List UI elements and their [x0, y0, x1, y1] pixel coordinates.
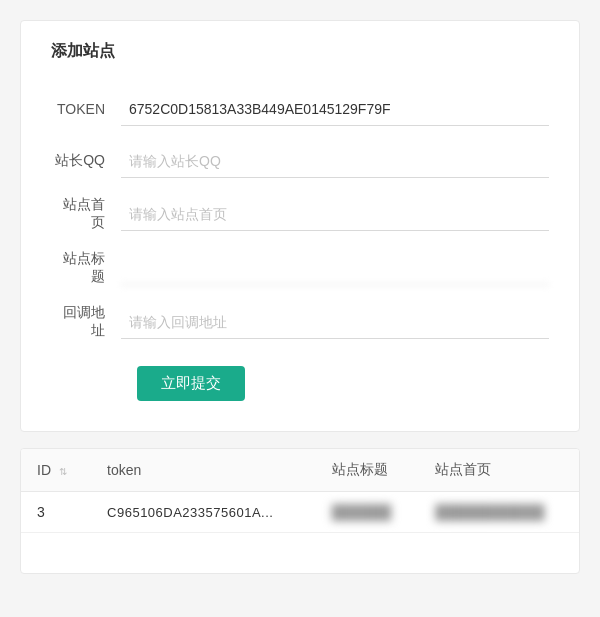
- table-row-empty: [21, 533, 579, 573]
- sites-table: ID ⇅ token 站点标题 站点首页: [21, 449, 579, 573]
- add-site-form-card: 添加站点 TOKEN 站长QQ 站点首页 站点标题 回调地址 立即提交: [20, 20, 580, 432]
- cell-id: 3: [21, 492, 91, 533]
- cell-token: C965106DA233575601A...: [91, 492, 316, 533]
- homepage-input[interactable]: [121, 197, 549, 231]
- homepage-label: 站点首页: [51, 196, 121, 232]
- sites-table-card: ID ⇅ token 站点标题 站点首页: [20, 448, 580, 574]
- token-row: TOKEN: [51, 92, 549, 126]
- token-label: TOKEN: [51, 101, 121, 117]
- token-input[interactable]: [121, 92, 549, 126]
- col-token: token: [91, 449, 316, 492]
- table-header-row: ID ⇅ token 站点标题 站点首页: [21, 449, 579, 492]
- table-body: 3 C965106DA233575601A... ██████ ████████…: [21, 492, 579, 573]
- qq-row: 站长QQ: [51, 144, 549, 178]
- form-title: 添加站点: [51, 41, 549, 72]
- homepage-row: 站点首页: [51, 196, 549, 232]
- col-site-home: 站点首页: [419, 449, 579, 492]
- qq-label: 站长QQ: [51, 152, 121, 170]
- col-id: ID ⇅: [21, 449, 91, 492]
- cell-site-home: ███████████: [419, 492, 579, 533]
- site-title-input[interactable]: [121, 251, 549, 285]
- site-title-row: 站点标题: [51, 250, 549, 286]
- callback-label: 回调地址: [51, 304, 121, 340]
- callback-input[interactable]: [121, 305, 549, 339]
- cell-site-title: ██████: [316, 492, 420, 533]
- col-site-title: 站点标题: [316, 449, 420, 492]
- table-row: 3 C965106DA233575601A... ██████ ████████…: [21, 492, 579, 533]
- sort-icon-id[interactable]: ⇅: [59, 466, 67, 477]
- submit-button[interactable]: 立即提交: [137, 366, 245, 401]
- qq-input[interactable]: [121, 144, 549, 178]
- callback-row: 回调地址: [51, 304, 549, 340]
- table-scroll-container: ID ⇅ token 站点标题 站点首页: [21, 449, 579, 573]
- site-title-label: 站点标题: [51, 250, 121, 286]
